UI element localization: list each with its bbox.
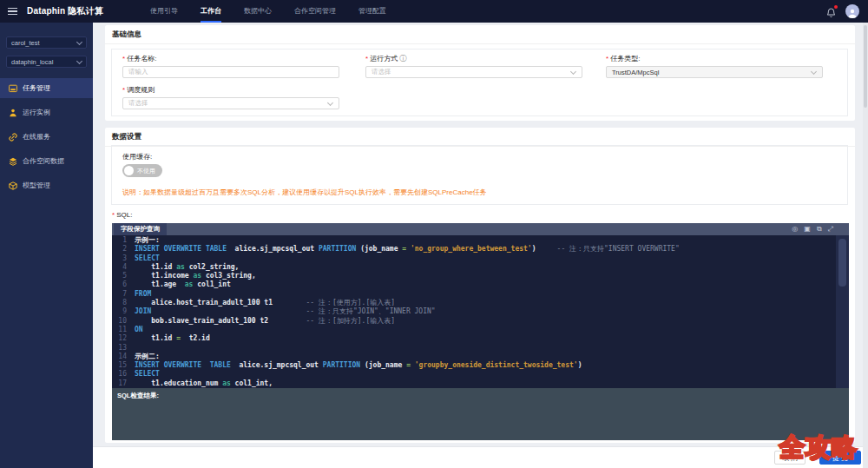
sidebar-item-label: 合作空间数据 [23, 156, 64, 166]
cube-icon [9, 181, 17, 190]
link-icon [9, 133, 17, 142]
notification-dot [834, 5, 838, 9]
footer-bar: 取 消 提 交 [93, 446, 868, 468]
toggle-label: 不使用 [137, 167, 155, 175]
top-nav-item-0[interactable]: 使用引导 [150, 0, 178, 23]
required-mark: * [365, 55, 368, 63]
required-mark: * [122, 86, 125, 94]
editor-header: 字段保护查询 ◎▣⧉⤢ [112, 223, 849, 235]
page-scrollbar [863, 23, 868, 468]
code-line: 6 t1.age as col1_int [115, 280, 836, 289]
field-schedule-rule: *调度规则 请选择 [122, 85, 339, 109]
code-line: 8 alice.host_train_adult_100 t1 -- 注：[使用… [115, 299, 836, 307]
sql-check-result-panel: SQL检查结果: [112, 388, 849, 440]
page-scrollbar-thumb[interactable] [864, 25, 867, 108]
cache-note: 说明：如果数据量级超过百万且需要多次SQL分析，建议使用缓存以提升SQL执行效率… [122, 188, 487, 197]
code-line: 9JOIN -- 注：只支持"JOIN"、"INNER JOIN" [115, 307, 836, 316]
code-line: 10 bob.slave_train_adult_100 t2 -- 注：[加持… [115, 317, 836, 326]
code-line: 4 t1.id as col2_string, [115, 263, 836, 272]
data-settings-section: 数据设置 使用缓存: 不使用 说明：如果数据量级超过百万且需要多次SQL分析，建… [105, 128, 855, 443]
code-line: 17 t1.education_num as col1_int, [115, 379, 836, 388]
sql-label: *SQL: [112, 211, 132, 219]
required-mark: * [122, 55, 125, 63]
chevron-down-icon [327, 100, 333, 106]
code-line: 7FROM [115, 290, 836, 299]
section-title-basic-info: 基础信息 [105, 25, 855, 44]
window-icon [9, 84, 17, 93]
required-mark: * [606, 55, 608, 63]
cache-panel: 使用缓存: 不使用 说明：如果数据量级超过百万且需要多次SQL分析，建议使用缓存… [111, 145, 848, 205]
project-select-value: dataphin_local [11, 58, 53, 66]
task-name-input[interactable]: 请输入 [122, 66, 339, 78]
info-icon[interactable]: ⓘ [399, 54, 406, 63]
code-area[interactable]: 1示例一:2INSERT OVERWRITE TABLE alice.sj_mp… [112, 235, 836, 388]
sidebar-item-2[interactable]: 在线服务 [0, 127, 93, 147]
task-type-select[interactable]: TrustDA/MpcSql [606, 66, 823, 78]
sidebar-item-label: 模型管理 [23, 181, 50, 190]
code-line: 3SELECT [115, 254, 836, 263]
sidebar-item-label: 任务管理 [23, 83, 50, 93]
sidebar-item-0[interactable]: 任务管理 [0, 78, 93, 98]
field-task-name: *任务名称: 请输入 [122, 54, 339, 78]
code-line: 2INSERT OVERWRITE TABLE alice.sj_mpcsql_… [115, 245, 836, 254]
code-line: 5 t1.income as col3_string, [115, 272, 836, 280]
chevron-down-icon [76, 38, 82, 44]
notification-bell-icon[interactable] [826, 6, 836, 16]
app-title: Dataphin 隐私计算 [27, 5, 103, 17]
sql-editor: 字段保护查询 ◎▣⧉⤢ 1示例一:2INSERT OVERWRITE TABLE… [112, 223, 849, 388]
sidebar-item-1[interactable]: 运行实例 [0, 102, 93, 122]
workspace-select[interactable]: carol_test [6, 36, 87, 49]
required-mark: * [112, 211, 115, 219]
chevron-down-icon [570, 69, 576, 75]
top-nav-item-3[interactable]: 合作空间管理 [294, 0, 336, 23]
workspace-select-value: carol_test [11, 39, 40, 47]
code-line: 11ON [115, 326, 836, 334]
basic-info-section: 基础信息 *任务名称: 请输入 *运行方式ⓘ 请选择 *任务类型: TrustD… [105, 25, 855, 121]
schedule-rule-select[interactable]: 请选择 [122, 97, 339, 109]
toggle-knob-icon [124, 166, 134, 175]
field-run-mode: *运行方式ⓘ 请选择 [365, 54, 582, 78]
submit-button[interactable]: 提 交 [819, 451, 861, 465]
field-task-type: *任务类型: TrustDA/MpcSql [606, 54, 823, 78]
person-icon [9, 109, 17, 117]
chevron-down-icon [811, 69, 817, 75]
sidebar-item-4[interactable]: 模型管理 [0, 175, 93, 195]
code-line: 14示例二: [115, 353, 836, 361]
copy-icon[interactable]: ⧉ [817, 223, 822, 235]
sidebar-item-label: 运行实例 [23, 108, 50, 117]
code-line: 16SELECT [115, 370, 836, 379]
basic-info-panel: *任务名称: 请输入 *运行方式ⓘ 请选择 *任务类型: TrustDA/Mpc… [111, 49, 848, 116]
topbar: Dataphin 隐私计算 使用引导工作台数据中心合作空间管理管理配置 [0, 0, 868, 23]
code-line: 15INSERT OVERWRITE TABLE alice.sj_mpcsql… [115, 361, 836, 370]
panel-icon[interactable]: ▣ [804, 223, 811, 235]
menu-icon[interactable] [8, 8, 17, 16]
project-select[interactable]: dataphin_local [6, 56, 87, 68]
top-nav-item-4[interactable]: 管理配置 [358, 0, 386, 23]
sidebar-item-3[interactable]: 合作空间数据 [0, 151, 93, 171]
code-line: 13 [115, 344, 836, 353]
run-mode-select[interactable]: 请选择 [365, 66, 582, 78]
code-line: 12 t1.id = t2.id [115, 334, 836, 343]
topbar-actions [826, 0, 859, 23]
top-nav-item-2[interactable]: 数据中心 [244, 0, 272, 23]
editor-scrollbar [836, 235, 849, 388]
user-avatar[interactable] [845, 4, 859, 18]
editor-scrollbar-thumb[interactable] [838, 239, 846, 287]
sidebar-item-label: 在线服务 [23, 132, 50, 142]
format-icon[interactable]: ◎ [792, 223, 798, 235]
cache-label: 使用缓存: [122, 152, 152, 161]
top-nav-item-1[interactable]: 工作台 [201, 0, 221, 23]
sql-check-result-label: SQL检查结果: [117, 392, 159, 399]
sidebar: carol_test dataphin_local 任务管理运行实例在线服务合作… [0, 23, 93, 468]
cancel-button[interactable]: 取 消 [774, 451, 806, 465]
chevron-down-icon [76, 57, 82, 63]
cache-toggle[interactable]: 不使用 [122, 164, 162, 177]
layers-icon [9, 157, 17, 166]
editor-tab[interactable]: 字段保护查询 [114, 223, 167, 235]
app-window: Dataphin 隐私计算 使用引导工作台数据中心合作空间管理管理配置 caro… [0, 0, 868, 468]
fullscreen-icon[interactable]: ⤢ [828, 223, 833, 235]
top-nav: 使用引导工作台数据中心合作空间管理管理配置 [150, 0, 386, 23]
section-title-data-settings: 数据设置 [105, 128, 855, 147]
code-line: 1示例一: [115, 236, 836, 245]
editor-toolbar: ◎▣⧉⤢ [792, 223, 849, 235]
